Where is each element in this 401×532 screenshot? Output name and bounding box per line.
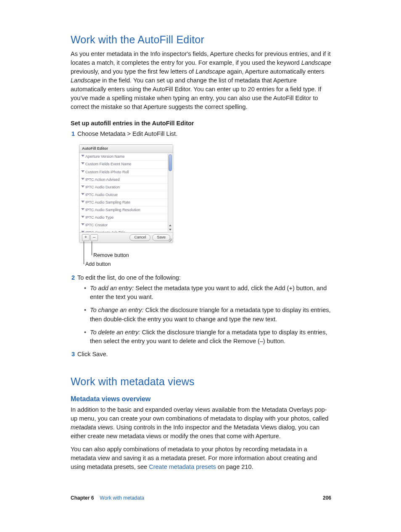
- page-footer: Chapter 6 Work with metadata 206: [71, 495, 331, 502]
- disclosure-triangle-icon[interactable]: [81, 216, 84, 218]
- task-heading: Set up autofill entries in the AutoFill …: [71, 119, 331, 128]
- disclosure-triangle-icon[interactable]: [81, 155, 84, 157]
- step-2: 2 To edit the list, do one of the follow…: [71, 273, 331, 345]
- callout-add: Add button: [85, 260, 111, 268]
- text: in the field. You can set up and change …: [71, 77, 321, 110]
- bullet-label: To change an entry:: [90, 307, 144, 313]
- list-item[interactable]: Aperture Version Name: [79, 153, 173, 161]
- footer-chapter-name: Work with metadata: [100, 495, 144, 502]
- step-3: 3 Click Save.: [71, 350, 331, 359]
- heading-metadata-views: Work with metadata views: [71, 374, 331, 389]
- disclosure-triangle-icon[interactable]: [81, 170, 84, 172]
- dialog-title: AutoFill Editor: [79, 145, 173, 153]
- dialog-list[interactable]: Aperture Version Name Custom Fields Even…: [79, 153, 173, 232]
- disclosure-triangle-icon[interactable]: [81, 223, 84, 225]
- screenshot-autofill-editor: AutoFill Editor Aperture Version Name Cu…: [79, 144, 331, 269]
- list-item[interactable]: IPTC Audio Sampling Resolution: [79, 206, 173, 214]
- add-button[interactable]: +: [82, 234, 90, 241]
- step-text: Click Save.: [77, 351, 108, 357]
- paragraph: In addition to the basic and expanded ov…: [71, 405, 331, 441]
- callouts: Remove button Add button: [79, 243, 188, 269]
- scroll-up-icon[interactable]: [168, 223, 172, 228]
- heading-autofill: Work with the AutoFill Editor: [71, 32, 331, 47]
- disclosure-triangle-icon[interactable]: [81, 201, 84, 203]
- text-italic: metadata views: [71, 424, 113, 431]
- bullet-label: To add an entry:: [90, 285, 134, 291]
- footer-chapter: Chapter 6: [71, 495, 94, 502]
- step-text: To edit the list, do one of the followin…: [77, 274, 181, 281]
- text: As you enter metadata in the Info inspec…: [71, 50, 331, 66]
- step-number: 2: [68, 273, 75, 282]
- paragraph: You can also apply combinations of metad…: [71, 445, 331, 471]
- disclosure-triangle-icon[interactable]: [81, 185, 84, 188]
- step-text: Choose Metadata > Edit AutoFill List.: [77, 130, 177, 137]
- bullet-item: To delete an entry: Click the disclosure…: [84, 328, 331, 346]
- disclosure-triangle-icon[interactable]: [81, 162, 84, 164]
- cancel-button[interactable]: Cancel: [129, 234, 150, 241]
- text-italic: Landscape: [195, 68, 225, 75]
- save-button[interactable]: Save: [152, 234, 170, 241]
- footer-page-number: 206: [323, 495, 331, 502]
- text: previously, and you type the first few l…: [71, 68, 195, 75]
- bullet-item: To change an entry: Click the disclosure…: [84, 306, 331, 323]
- list-item[interactable]: IPTC Creator: [79, 222, 173, 229]
- list-item[interactable]: Custom Fields Event Name: [79, 161, 173, 168]
- remove-button[interactable]: –: [90, 234, 98, 241]
- list-item[interactable]: IPTC Audio Type: [79, 214, 173, 222]
- list-item[interactable]: IPTC Audio Duration: [79, 184, 173, 191]
- disclosure-triangle-icon[interactable]: [81, 193, 84, 195]
- list-item[interactable]: IPTC Creator's Job Title: [79, 229, 173, 233]
- disclosure-triangle-icon[interactable]: [81, 208, 84, 210]
- bullet-label: To delete an entry:: [90, 329, 140, 336]
- callout-remove: Remove button: [93, 251, 129, 259]
- text: In addition to the basic and expanded ov…: [71, 406, 328, 422]
- resize-handle-icon[interactable]: [169, 238, 172, 242]
- bullet-item: To add an entry: Select the metadata typ…: [84, 284, 331, 302]
- text-italic: Landscape: [301, 59, 331, 66]
- disclosure-triangle-icon[interactable]: [81, 178, 84, 180]
- scrollbar[interactable]: [168, 154, 172, 232]
- list-item[interactable]: Custom Fields iPhoto Roll: [79, 169, 173, 176]
- step-1: 1 Choose Metadata > Edit AutoFill List. …: [71, 130, 331, 269]
- subheading-overview: Metadata views overview: [71, 394, 331, 404]
- link-create-metadata-presets[interactable]: Create metadata presets: [149, 463, 216, 470]
- list-item[interactable]: IPTC Audio Outcue: [79, 191, 173, 199]
- list-item[interactable]: IPTC Action Advised: [79, 176, 173, 184]
- step-number: 3: [68, 350, 75, 359]
- list-item[interactable]: IPTC Audio Sampling Rate: [79, 199, 173, 206]
- step-number: 1: [68, 130, 75, 138]
- text-italic: Landscape: [71, 77, 100, 84]
- scroll-down-icon[interactable]: [168, 228, 172, 232]
- text: again, Aperture automatically enters: [225, 68, 324, 75]
- paragraph: As you enter metadata in the Info inspec…: [71, 50, 331, 111]
- scrollbar-thumb[interactable]: [169, 154, 172, 171]
- text: on page 210.: [216, 463, 253, 470]
